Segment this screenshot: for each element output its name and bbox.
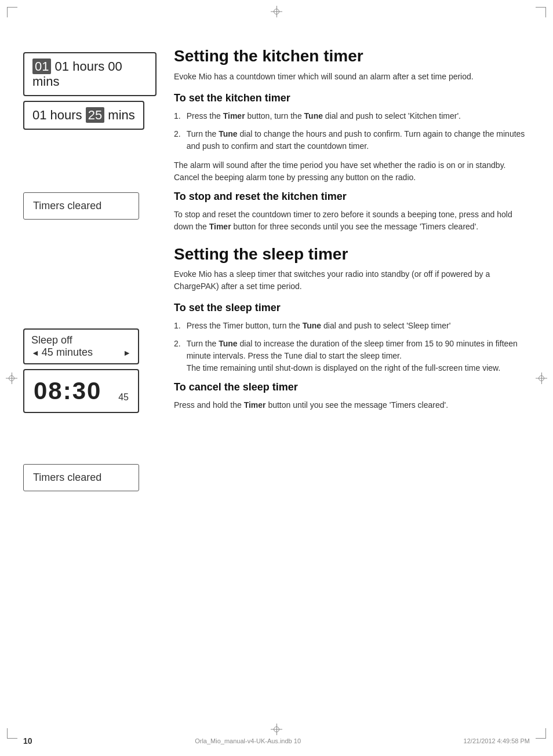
set-sleep-step-1: 1. Press the Timer button, turn the Tune… (174, 320, 530, 332)
tune-bold-sleep: Tune (303, 321, 321, 330)
right-column: Setting the kitchen timer Evoke Mio has … (157, 46, 530, 496)
step-2-text: Turn the Tune dial to change the hours a… (187, 128, 530, 152)
highlighted-01-hours: 01 (32, 59, 51, 74)
set-sleep-steps: 1. Press the Timer button, turn the Tune… (174, 320, 530, 374)
kitchen-timer-intro: Evoke Mio has a countdown timer which wi… (174, 71, 530, 83)
step-1-num: 1. (174, 110, 181, 122)
stop-kitchen-timer-subtitle: To stop and reset the kitchen timer (174, 191, 530, 203)
page-number: 10 (23, 736, 32, 746)
sleep-minutes-text: 45 minutes (42, 346, 93, 359)
sleep-step-2-num: 2. (174, 338, 181, 374)
timer-bold-stop: Timer (209, 222, 231, 231)
sleep-step-1-num: 1. (174, 320, 181, 332)
set-kitchen-step-1: 1. Press the Timer button, turn the Tune… (174, 110, 530, 122)
sleep-timer-title: Setting the sleep timer (174, 244, 530, 264)
highlighted-25-mins: 25 (86, 107, 104, 123)
set-kitchen-timer-subtitle: To set the kitchen timer (174, 92, 530, 104)
display-sleep-off: Sleep off ◄ 45 minutes ► (23, 328, 139, 364)
set-sleep-step-2: 2. Turn the Tune dial to increase the du… (174, 338, 530, 374)
tune-bold-2: Tune (219, 129, 237, 138)
display-hours-25: 01 hours 25 mins (23, 101, 144, 130)
timer-bold-cancel: Timer (244, 400, 266, 410)
arrow-left-icon: ◄ (31, 348, 39, 357)
timer-bold-1: Timer (223, 111, 245, 120)
footer-timestamp: 12/21/2012 4:49:58 PM (464, 737, 530, 744)
clock-small-num: 45 (118, 392, 129, 403)
display-hours-00: 01 01 hours 00 mins (23, 52, 157, 96)
left-column: 01 01 hours 00 mins 01 hours 25 mins Tim… (23, 46, 157, 496)
tune-bold-1: Tune (304, 111, 323, 120)
display-clock: 08:30 45 (23, 369, 139, 413)
sleep-step-2-text: Turn the Tune dial to increase the durat… (187, 338, 530, 374)
cancel-sleep-timer-subtitle: To cancel the sleep timer (174, 381, 530, 393)
display-timers-cleared-2: Timers cleared (23, 464, 139, 491)
arrow-right-icon: ► (123, 348, 131, 357)
sleep-timer-intro: Evoke Mio has a sleep timer that switche… (174, 268, 530, 293)
page-footer: 10 Orla_Mio_manual-v4-UK-Aus.indb 10 12/… (0, 736, 553, 746)
stop-kitchen-text: To stop and reset the countdown timer to… (174, 209, 530, 233)
timers-cleared-1-text: Timers cleared (33, 200, 101, 211)
cross-mark-bottom (271, 724, 282, 735)
display-timers-cleared-1: Timers cleared (23, 192, 139, 220)
tune-bold-sleep-2: Tune (219, 339, 237, 348)
kitchen-timer-title: Setting the kitchen timer (174, 46, 530, 66)
hours-25-prefix: 01 hours (32, 108, 86, 122)
set-kitchen-note: The alarm will sound after the time peri… (174, 159, 530, 184)
step-2-num: 2. (174, 128, 181, 152)
set-sleep-timer-subtitle: To set the sleep timer (174, 302, 530, 314)
clock-time: 08:30 (34, 377, 101, 405)
sleep-off-line1: Sleep off (31, 334, 131, 346)
sleep-off-line2: ◄ 45 minutes ► (31, 346, 131, 359)
timers-cleared-2-text: Timers cleared (33, 472, 101, 483)
sleep-step-1-text: Press the Timer button, turn the Tune di… (187, 320, 451, 332)
set-kitchen-step-2: 2. Turn the Tune dial to change the hour… (174, 128, 530, 152)
set-kitchen-steps: 1. Press the Timer button, turn the Tune… (174, 110, 530, 152)
footer-filename: Orla_Mio_manual-v4-UK-Aus.indb 10 (195, 737, 301, 744)
cancel-sleep-text: Press and hold the Timer button until yo… (174, 399, 530, 411)
hours-25-suffix: mins (104, 108, 135, 122)
step-1-text: Press the Timer button, turn the Tune di… (187, 110, 461, 122)
